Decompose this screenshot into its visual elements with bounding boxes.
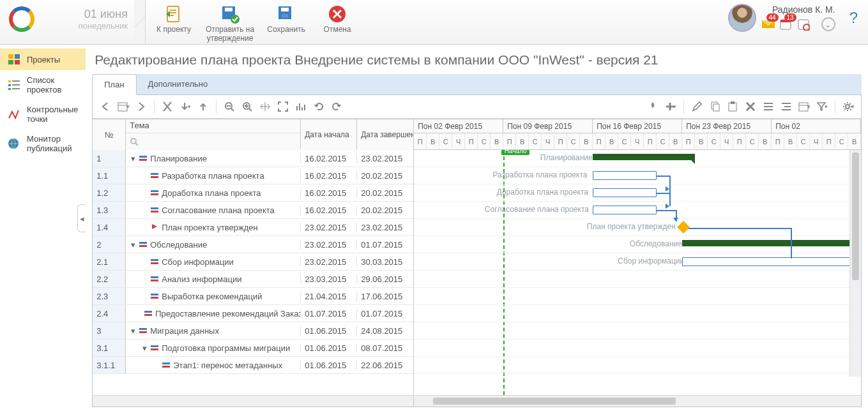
move-up-button[interactable] (195, 99, 211, 114)
sidebar-label: Список проектов (27, 75, 78, 94)
svg-rect-43 (151, 297, 158, 299)
day-header: П (682, 133, 695, 150)
table-row[interactable]: 2▾Обследование23.02.201501.07.2015 (93, 236, 413, 253)
sidebar-item-projects[interactable]: Проекты (0, 49, 86, 70)
expand-toggle[interactable]: ▾ (141, 343, 148, 353)
dependency-link (657, 193, 669, 194)
move-down-button[interactable]: ▾ (178, 99, 193, 114)
undo-button[interactable] (311, 99, 326, 114)
table-row[interactable]: 1.4План проекта утвержден23.02.201523.02… (93, 219, 413, 236)
copy-button[interactable] (707, 99, 722, 114)
indent-button[interactable] (779, 99, 794, 114)
col-end[interactable]: Дата завершения (357, 119, 413, 150)
svg-rect-45 (144, 314, 152, 316)
table-row[interactable]: 3▾Миграция данных01.06.201524.08.2015 (93, 322, 413, 340)
summary-bar[interactable] (593, 154, 695, 160)
col-start[interactable]: Дата начала (301, 119, 357, 150)
table-row[interactable]: 2.3Выработка рекомендаций21.04.201517.06… (93, 288, 413, 305)
svg-rect-37 (139, 245, 147, 247)
edit-button[interactable] (689, 99, 704, 114)
col-topic[interactable]: Тема (126, 119, 300, 133)
sidebar-label: Контрольные точки (27, 105, 78, 124)
redo-button[interactable] (329, 99, 344, 114)
add-button[interactable]: ▾ (663, 99, 678, 114)
submit-for-approval-button[interactable]: Отправить на утверждение (199, 3, 261, 45)
task-bar[interactable] (593, 171, 657, 180)
cancel-button[interactable]: Отмена (312, 3, 363, 45)
gantt-row (414, 271, 861, 288)
svg-rect-51 (162, 366, 170, 368)
table-row[interactable]: 1▾Планирование16.02.201523.02.2015 (93, 150, 413, 167)
outdent-button[interactable] (761, 99, 776, 114)
svg-rect-42 (151, 294, 158, 295)
day-header: В (695, 133, 708, 150)
svg-rect-31 (151, 176, 158, 178)
delete-button[interactable] (743, 99, 758, 114)
week-header: Пон 02 (772, 119, 861, 133)
day-header: Ч (720, 133, 733, 150)
tab-more[interactable]: Дополнительно (137, 74, 220, 94)
sidebar-item-monitor[interactable]: Монитор публикаций (0, 129, 86, 158)
forward-button[interactable] (133, 99, 149, 114)
table-row[interactable]: 2.2Анализ информации23.03.201529.06.2015 (93, 271, 413, 288)
task-bar[interactable] (593, 206, 657, 214)
week-header: Пон 09 Февр 2015 (503, 119, 593, 133)
svg-rect-33 (151, 193, 158, 195)
pan-button[interactable] (257, 99, 273, 114)
chart-button[interactable] (293, 99, 308, 114)
col-number[interactable]: № (93, 119, 126, 150)
task-bar[interactable] (593, 188, 657, 197)
table-row[interactable]: 1.2Доработка плана проекта16.02.201520.0… (93, 184, 413, 202)
tab-plan[interactable]: План (92, 74, 136, 95)
expand-toggle[interactable]: ▾ (130, 326, 136, 336)
svg-rect-48 (151, 345, 158, 347)
globe-icon (8, 138, 20, 149)
svg-point-27 (131, 138, 136, 144)
critical-path-button[interactable] (645, 99, 660, 114)
svg-rect-46 (139, 328, 147, 330)
day-header: П (503, 133, 516, 150)
table-row[interactable]: 3.1.1Этап1: перенос метаданных01.06.2015… (93, 357, 413, 374)
task-icon (150, 206, 159, 214)
back-button[interactable] (98, 99, 113, 114)
to-project-button[interactable]: К проекту (148, 3, 199, 45)
horizontal-scrollbar[interactable] (414, 396, 861, 407)
sidebar-collapse-handle[interactable]: ◂ (77, 204, 86, 232)
date-picker-button[interactable]: ▾ (796, 99, 812, 114)
table-row[interactable]: 1.1Разработка плана проекта16.02.201520.… (93, 167, 413, 184)
summary-bar[interactable] (682, 240, 861, 246)
milestone-marker[interactable] (677, 221, 690, 234)
filter-button[interactable]: ▾ (814, 99, 830, 114)
vertical-scrollbar[interactable] (849, 150, 861, 377)
week-header: Пон 16 Февр 2015 (593, 119, 682, 133)
fullscreen-button[interactable] (275, 99, 291, 114)
expand-toggle[interactable]: ▾ (130, 240, 136, 250)
calendar-notif[interactable]: 13 (779, 18, 793, 31)
table-row[interactable]: 2.1Сбор информации23.02.201530.03.2015 (93, 253, 413, 271)
reminder-icon[interactable] (797, 18, 811, 31)
table-row[interactable]: 2.4Предоставление рекомендаций Заказч...… (93, 305, 413, 322)
sidebar-item-project-list[interactable]: Список проектов (0, 70, 86, 100)
avatar[interactable] (728, 4, 756, 32)
projects-icon (8, 54, 20, 65)
table-row[interactable]: 1.3Согласование плана проекта16.02.20152… (93, 202, 413, 219)
table-row[interactable]: 3.1▾Подготовка программы миграции01.06.2… (93, 340, 413, 357)
topic-search-input[interactable] (126, 133, 300, 150)
paste-button[interactable] (725, 99, 740, 114)
sidebar-item-milestones[interactable]: Контрольные точки (0, 100, 86, 129)
expand-toggle[interactable]: ▾ (130, 154, 136, 163)
zoom-in-button[interactable] (240, 99, 255, 114)
save-button[interactable]: Сохранить (261, 3, 312, 45)
collapse-all-button[interactable] (160, 99, 175, 114)
zoom-out-button[interactable] (222, 99, 237, 114)
help-button[interactable]: ? (849, 9, 858, 27)
user-menu-chevron[interactable]: ⌄ (821, 17, 835, 31)
settings-button[interactable]: ▾ (841, 99, 856, 114)
mail-notif[interactable]: 44 (761, 18, 775, 31)
gantt-row: Разработка плана проекта (414, 167, 861, 184)
week-header: Пон 02 Февр 2015 (414, 119, 503, 133)
svg-rect-1 (225, 8, 232, 11)
task-bar[interactable] (682, 257, 861, 266)
dependency-link (689, 228, 791, 229)
calendar-button[interactable]: ▾ (116, 99, 131, 114)
